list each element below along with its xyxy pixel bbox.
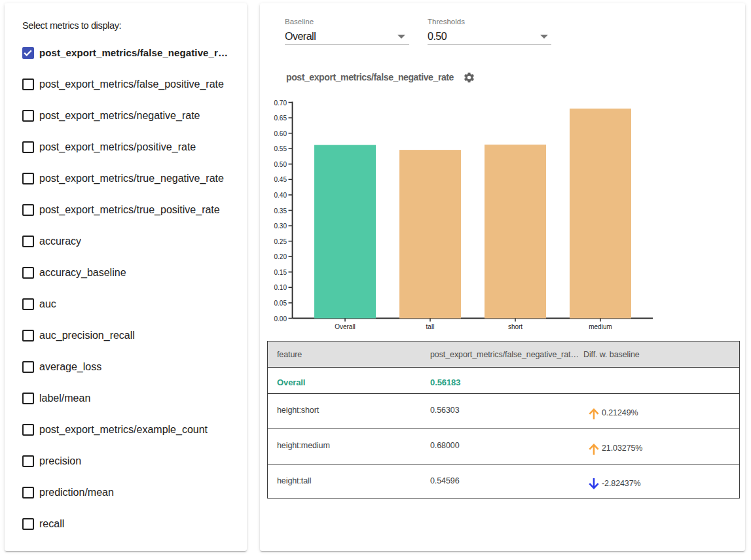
svg-text:0.00: 0.00	[274, 315, 287, 323]
svg-text:0.60: 0.60	[274, 130, 287, 137]
svg-text:0.40: 0.40	[274, 192, 287, 199]
svg-text:medium: medium	[589, 323, 612, 330]
svg-text:0.25: 0.25	[274, 238, 287, 245]
svg-text:0.35: 0.35	[274, 207, 287, 215]
svg-text:0.15: 0.15	[274, 269, 287, 276]
svg-text:0.10: 0.10	[274, 284, 287, 291]
svg-text:Overall: Overall	[335, 323, 356, 330]
svg-text:short: short	[508, 323, 522, 330]
svg-text:0.65: 0.65	[274, 114, 287, 122]
svg-text:0.05: 0.05	[274, 300, 287, 307]
svg-text:tall: tall	[426, 323, 435, 330]
svg-text:0.30: 0.30	[274, 222, 287, 230]
svg-text:0.45: 0.45	[274, 176, 287, 183]
svg-text:0.50: 0.50	[274, 161, 287, 168]
svg-text:0.20: 0.20	[274, 253, 287, 260]
svg-text:0.55: 0.55	[274, 145, 287, 152]
svg-text:0.70: 0.70	[274, 99, 287, 107]
